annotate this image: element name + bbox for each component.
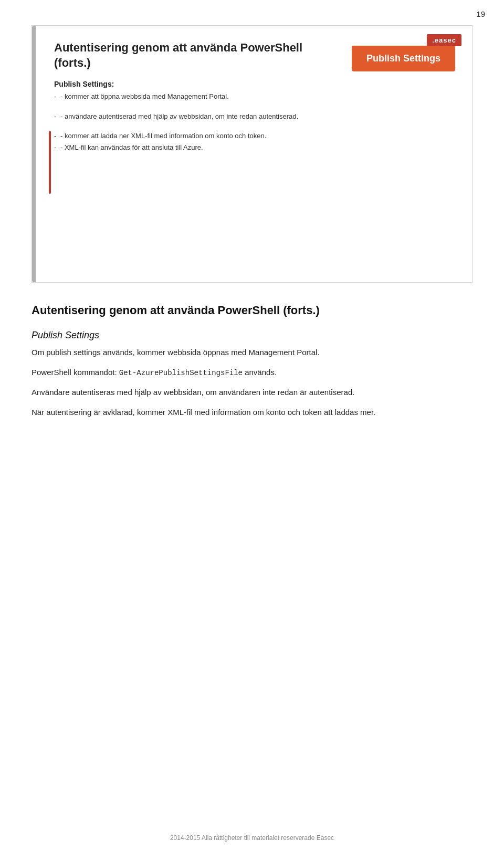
slide-bullets-group2: - användare autentiserad med hjälp av we… [54, 111, 336, 122]
main-heading: Autentisering genom att använda PowerShe… [32, 304, 472, 317]
section1-title: Publish Settings [32, 330, 472, 341]
slide-bullets-group1: - kommer att öppna webbsida med Manageme… [54, 91, 336, 102]
easec-logo-badge: .easec [427, 34, 461, 46]
section3-body: Användare autentiseras med hjälp av webb… [32, 386, 472, 399]
section2-label: PowerShell kommandot: [32, 368, 117, 377]
slide-content: Autentisering genom att använda PowerShe… [49, 40, 455, 162]
publish-settings-button[interactable]: Publish Settings [352, 46, 455, 71]
slide-area: .easec Autentisering genom att använda P… [32, 25, 472, 283]
slide-publish-settings-label: Publish Settings: [54, 80, 336, 88]
section2-powershell: PowerShell kommandot: Get-AzurePublishSe… [32, 366, 472, 379]
main-content: Autentisering genom att använda PowerShe… [32, 304, 472, 458]
slide-bullet-3: - kommer att ladda ner XML-fil med infor… [54, 131, 336, 141]
page-number: 19 [476, 9, 485, 18]
slide-left-bar [32, 26, 36, 282]
slide-bullets-group3: - kommer att ladda ner XML-fil med infor… [54, 131, 336, 152]
slide-bullet-4: - XML-fil kan användas för att ansluta t… [54, 142, 336, 153]
slide-right-column: Publish Settings [352, 40, 455, 162]
section2-suffix: används. [245, 368, 277, 377]
section2-code: Get-AzurePublishSettingsFile [119, 369, 243, 377]
footer: 2014-2015 Alla rättigheter till material… [0, 834, 504, 842]
slide-red-bar [49, 131, 51, 194]
slide-title: Autentisering genom att använda PowerShe… [54, 40, 336, 70]
section1-body: Om publish settings används, kommer webb… [32, 346, 472, 359]
slide-bullet-1: - kommer att öppna webbsida med Manageme… [54, 91, 336, 102]
slide-left-column: Autentisering genom att använda PowerShe… [54, 40, 336, 162]
section4-body: När autentisering är avklarad, kommer XM… [32, 406, 472, 419]
slide-bullet-2: - användare autentiserad med hjälp av we… [54, 111, 336, 122]
